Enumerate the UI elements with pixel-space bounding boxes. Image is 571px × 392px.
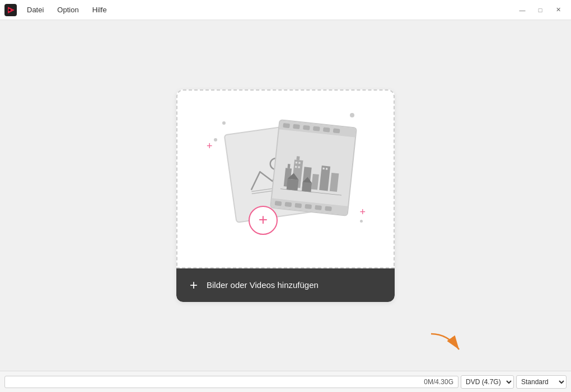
add-circle-icon: +	[249, 206, 278, 235]
decoration-plus-right: +	[359, 207, 366, 217]
decorative-dot	[214, 138, 217, 141]
decorative-dot	[350, 113, 354, 117]
decorative-dot	[360, 220, 363, 223]
add-files-button[interactable]: + Bilder oder Videos hinzufügen	[176, 268, 395, 302]
window-controls: — □ ✕	[514, 3, 567, 17]
menu-file[interactable]: Datei	[21, 3, 49, 16]
add-button-label: Bilder oder Videos hinzufügen	[207, 280, 319, 290]
film-hole	[313, 126, 320, 131]
svg-rect-22	[302, 182, 312, 192]
drop-zone[interactable]: + +	[176, 89, 395, 302]
close-button[interactable]: ✕	[550, 3, 567, 17]
arrow-indicator	[425, 328, 470, 358]
progress-text: 0M/4.30G	[424, 378, 453, 386]
film-hole	[275, 201, 282, 206]
film-content	[272, 129, 355, 206]
svg-point-2	[8, 9, 11, 11]
svg-rect-7	[287, 163, 290, 168]
title-bar: Datei Option Hilfe — □ ✕	[0, 0, 571, 20]
plus-symbol: +	[259, 212, 268, 228]
svg-rect-12	[319, 166, 330, 191]
progress-bar: 0M/4.30G	[4, 376, 458, 388]
svg-rect-11	[311, 173, 319, 189]
film-hole	[285, 202, 292, 207]
maximize-button[interactable]: □	[532, 3, 549, 17]
film-hole	[294, 202, 302, 207]
menu-bar: Datei Option Hilfe	[21, 3, 514, 16]
add-plus-icon: +	[190, 278, 198, 292]
status-bar: 0M/4.30G DVD (4.7G) DVD (8.5G) BD (25G) …	[0, 371, 571, 392]
film-strip	[270, 119, 357, 216]
menu-help[interactable]: Hilfe	[87, 3, 113, 16]
illustration: +	[218, 117, 353, 240]
film-hole	[303, 125, 310, 130]
quality-select[interactable]: Standard High Low	[516, 375, 567, 389]
film-hole	[305, 204, 312, 209]
drop-area[interactable]: + +	[176, 89, 395, 268]
menu-option[interactable]: Option	[52, 3, 84, 16]
film-hole	[293, 124, 300, 129]
svg-rect-20	[287, 178, 299, 191]
film-hole	[323, 127, 330, 132]
film-hole	[315, 205, 322, 210]
film-hole	[325, 206, 332, 211]
svg-rect-9	[296, 156, 299, 160]
dvd-type-select[interactable]: DVD (4.7G) DVD (8.5G) BD (25G)	[461, 375, 514, 389]
minimize-button[interactable]: —	[514, 3, 531, 17]
app-icon	[4, 4, 17, 16]
main-content: + +	[0, 20, 571, 371]
film-hole	[283, 122, 290, 127]
decoration-plus-left: +	[207, 141, 213, 151]
svg-rect-13	[330, 172, 339, 191]
film-hole	[333, 128, 340, 133]
